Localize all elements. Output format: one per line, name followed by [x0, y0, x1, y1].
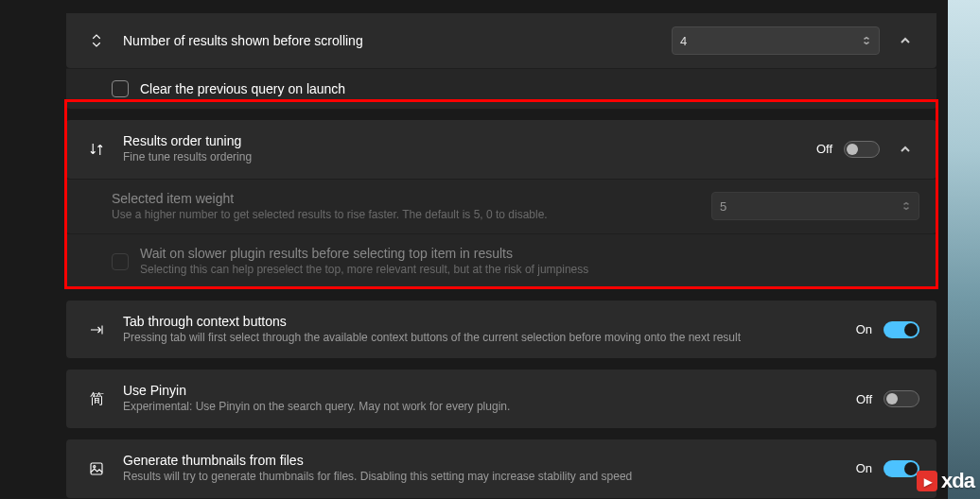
svg-rect-0	[91, 463, 102, 474]
setting-row-result-count: Number of results shown before scrolling…	[66, 13, 936, 68]
setting-row-tab-context: Tab through context buttons Pressing tab…	[66, 301, 936, 359]
setting-row-thumbnails: Generate thumbnails from files Results w…	[66, 439, 936, 498]
setting-desc: Use a higher number to get selected resu…	[112, 208, 696, 223]
order-tuning-toggle[interactable]	[844, 141, 880, 158]
setting-title: Tab through context buttons	[123, 314, 841, 329]
setting-title: Use Pinyin	[123, 383, 841, 398]
sort-icon	[83, 141, 110, 158]
desktop-wallpaper-strip	[948, 0, 980, 499]
setting-subrow-item-weight: Selected item weight Use a higher number…	[66, 179, 936, 234]
setting-row-order-tuning: Results order tuning Fine tune results o…	[66, 120, 936, 179]
spinbox-value: 4	[680, 34, 687, 48]
expand-toggle[interactable]	[891, 26, 919, 55]
tab-arrow-icon	[83, 321, 110, 338]
settings-panel: Number of results shown before scrolling…	[66, 0, 936, 499]
thumbnails-toggle[interactable]	[884, 460, 919, 477]
toggle-state-label: On	[856, 322, 872, 336]
setting-desc: Fine tune results ordering	[123, 150, 801, 165]
setting-desc: Pressing tab will first select through t…	[123, 331, 841, 346]
setting-title: Number of results shown before scrolling	[123, 33, 656, 48]
spinbox-value: 5	[720, 199, 726, 214]
toggle-state-label: On	[856, 461, 872, 475]
setting-desc: Experimental: Use Pinyin on the search q…	[123, 400, 841, 415]
tab-context-toggle[interactable]	[884, 321, 919, 338]
setting-desc: Results will try to generate thumbnails …	[123, 470, 841, 485]
setting-desc: Selecting this can help preselect the to…	[140, 263, 919, 278]
setting-title: Wait on slower plugin results before sel…	[140, 246, 919, 261]
pinyin-toggle[interactable]	[884, 390, 919, 407]
checkbox-label: Clear the previous query on launch	[140, 81, 919, 96]
toggle-state-label: Off	[816, 142, 832, 156]
xda-logo-square: ▸	[917, 471, 937, 491]
resize-vertical-icon	[83, 32, 110, 49]
cjk-character-icon: 简	[83, 390, 110, 408]
wait-slow-checkbox[interactable]	[112, 253, 129, 270]
result-count-spinbox[interactable]: 4	[672, 26, 880, 55]
setting-title: Generate thumbnails from files	[123, 453, 841, 468]
xda-watermark: ▸ xda	[917, 469, 974, 493]
setting-title: Selected item weight	[112, 191, 696, 206]
setting-title: Results order tuning	[123, 133, 801, 148]
clear-query-checkbox[interactable]	[112, 80, 129, 97]
setting-row-pinyin: 简 Use Pinyin Experimental: Use Pinyin on…	[66, 370, 936, 428]
svg-point-1	[94, 465, 96, 467]
image-icon	[83, 460, 110, 477]
spinbox-stepper-icon	[862, 34, 871, 48]
setting-subrow-clear-query: Clear the previous query on launch	[66, 68, 936, 109]
expand-toggle[interactable]	[891, 135, 919, 163]
toggle-state-label: Off	[856, 392, 872, 406]
xda-logo-text: xda	[941, 469, 974, 493]
spinbox-stepper-icon	[901, 199, 911, 214]
setting-subrow-wait-slow: Wait on slower plugin results before sel…	[66, 233, 936, 289]
item-weight-spinbox[interactable]: 5	[711, 192, 919, 220]
